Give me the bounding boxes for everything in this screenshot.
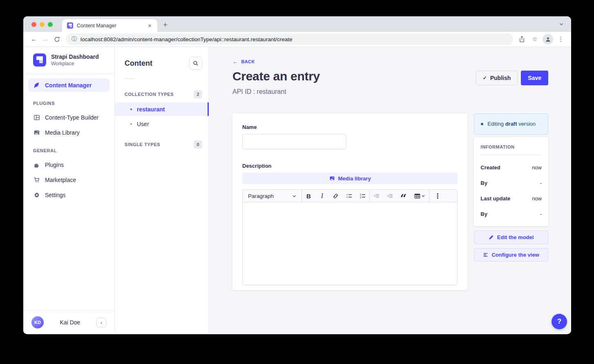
outdent-button[interactable]: [383, 190, 397, 202]
minimize-window-button[interactable]: [40, 22, 45, 27]
check-icon: ✓: [483, 75, 487, 81]
gear-icon: [33, 191, 40, 198]
table-icon: [414, 193, 420, 199]
sidebar-item-content-manager[interactable]: Content Manager: [28, 78, 109, 92]
layout-icon: [33, 114, 40, 121]
outdent-icon: [387, 193, 393, 199]
api-id-subtitle: API ID : restaurant: [232, 88, 548, 95]
collection-type-user[interactable]: User: [115, 117, 209, 131]
description-editor-area[interactable]: [243, 202, 457, 285]
browser-menu-icon[interactable]: ⋮: [556, 36, 566, 43]
italic-button[interactable]: I: [315, 190, 329, 202]
sidebar-item-label: Content-Type Builder: [45, 114, 99, 121]
sidebar-item-plugins[interactable]: Plugins: [28, 158, 109, 171]
name-input[interactable]: [242, 134, 346, 149]
new-tab-button[interactable]: +: [163, 20, 167, 29]
browser-forward-icon[interactable]: →: [40, 36, 51, 43]
cart-icon: [33, 176, 40, 183]
nav-section-plugins: PLUGINS: [33, 101, 105, 106]
paragraph-style-select[interactable]: Paragraph: [243, 190, 301, 202]
save-button[interactable]: Save: [521, 71, 548, 85]
panel-title: Content: [125, 59, 152, 68]
sidebar-item-marketplace[interactable]: Marketplace: [28, 173, 109, 186]
browser-tab[interactable]: Content Manager ×: [62, 19, 157, 32]
back-arrow-icon: ←: [232, 58, 238, 65]
collection-types-count-badge: 2: [194, 90, 202, 98]
sidebar-item-label: Marketplace: [45, 177, 76, 183]
table-button[interactable]: [410, 193, 429, 199]
more-options-button[interactable]: ⋮: [429, 190, 446, 202]
bullet-list-icon: [346, 193, 353, 199]
info-row-created: Created now: [480, 164, 542, 171]
workspace-brand[interactable]: Strapi Dashboard Workplace: [23, 47, 114, 74]
chevron-down-icon: [421, 194, 425, 198]
publish-button[interactable]: ✓ Publish: [476, 71, 518, 85]
collection-type-label: User: [137, 121, 149, 127]
configure-view-button[interactable]: Configure the view: [474, 248, 548, 262]
link-icon: [333, 193, 339, 199]
pen-icon: [33, 82, 40, 89]
numbered-list-button[interactable]: 12: [356, 190, 369, 202]
browser-back-icon[interactable]: ←: [28, 36, 40, 43]
info-row-updated-by: By -: [480, 211, 542, 217]
sidebar-item-label: Media Library: [45, 129, 80, 136]
blockquote-button[interactable]: “: [397, 190, 410, 202]
group-label-single-types: SINGLE TYPES: [125, 142, 160, 147]
browser-reload-icon[interactable]: [51, 36, 63, 42]
info-row-created-by: By -: [480, 180, 542, 186]
search-button[interactable]: [189, 57, 202, 70]
media-library-button[interactable]: Media library: [242, 173, 458, 184]
back-link[interactable]: ← BACK: [232, 58, 255, 65]
rich-text-editor: Paragraph B I: [242, 189, 458, 285]
sidebar-item-settings[interactable]: Settings: [28, 188, 109, 202]
indent-icon: [373, 193, 380, 199]
svg-text:2: 2: [360, 196, 361, 199]
bold-button[interactable]: B: [302, 190, 315, 202]
browser-profile-avatar[interactable]: [543, 34, 553, 44]
info-row-last-update: Last update now: [480, 195, 542, 202]
browser-toolbar: ← → ⓘ localhost:8082/admin/content-manag…: [23, 32, 571, 47]
image-icon: [329, 175, 335, 181]
help-button[interactable]: ?: [552, 314, 567, 329]
content-panel: Content COLLECTION TYPES 2 restaurant Us…: [115, 47, 209, 334]
collection-type-restaurant[interactable]: restaurant: [115, 102, 209, 116]
configure-lines-icon: [483, 252, 488, 257]
site-info-icon[interactable]: ⓘ: [71, 36, 77, 43]
zoom-window-button[interactable]: [48, 22, 53, 27]
browser-actions: ☆ ⋮: [516, 34, 566, 44]
sidebar-item-label: Settings: [45, 192, 66, 198]
collapse-sidebar-button[interactable]: ‹: [96, 317, 106, 327]
chevron-down-icon: [292, 194, 297, 198]
pencil-icon: [489, 235, 494, 240]
svg-text:1: 1: [360, 193, 361, 196]
status-dot-icon: [481, 123, 483, 125]
bookmark-star-icon[interactable]: ☆: [529, 36, 540, 43]
user-avatar[interactable]: KD: [31, 316, 44, 328]
divider: [125, 78, 134, 79]
group-label-collection-types: COLLECTION TYPES: [125, 92, 174, 97]
close-window-button[interactable]: [31, 22, 36, 27]
tab-search-chevron-icon[interactable]: [559, 22, 564, 27]
bullet-icon: [130, 109, 132, 110]
sidebar-item-content-type-builder[interactable]: Content-Type Builder: [28, 111, 109, 124]
strapi-logo-icon: [33, 53, 46, 67]
indent-button[interactable]: [370, 190, 383, 202]
brand-title: Strapi Dashboard: [51, 53, 99, 60]
page-title: Create an entry: [232, 69, 320, 83]
description-field-label: Description: [242, 163, 458, 169]
editor-toolbar: Paragraph B I: [243, 190, 457, 202]
edit-model-button[interactable]: Edit the model: [474, 231, 548, 244]
share-icon[interactable]: [516, 36, 527, 42]
sidebar-item-media-library[interactable]: Media Library: [28, 126, 109, 139]
back-label: BACK: [241, 59, 255, 64]
tab-close-icon[interactable]: ×: [146, 22, 153, 29]
link-button[interactable]: [329, 190, 342, 202]
image-icon: [33, 129, 40, 136]
address-bar[interactable]: ⓘ localhost:8082/admin/content-manager/c…: [66, 33, 513, 45]
sidebar-footer: KD Kai Doe ‹: [23, 311, 114, 334]
brand-subtitle: Workplace: [51, 61, 99, 67]
divider: [480, 155, 542, 155]
puzzle-icon: [33, 161, 40, 168]
bullet-list-button[interactable]: [342, 190, 356, 202]
strapi-favicon-icon: [67, 22, 73, 29]
